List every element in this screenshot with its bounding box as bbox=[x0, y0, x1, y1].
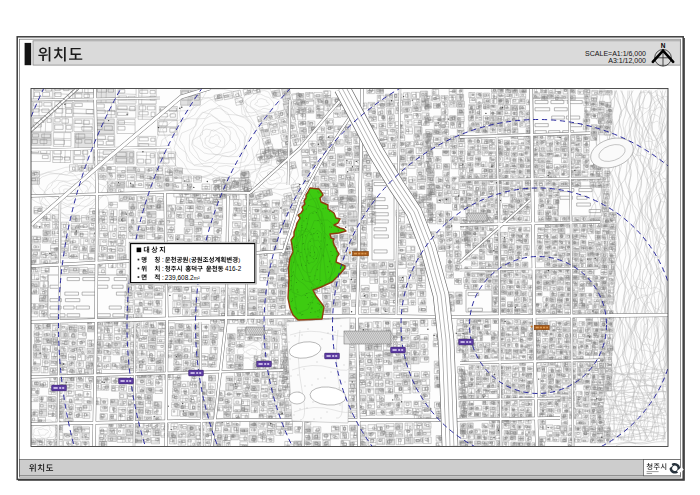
svg-text::: : bbox=[162, 274, 164, 281]
svg-text:416-2: 416-2 bbox=[225, 265, 242, 272]
svg-text::: : bbox=[162, 256, 164, 263]
svg-text::: : bbox=[162, 265, 164, 272]
svg-text:N: N bbox=[661, 42, 666, 49]
svg-text:SCALE=A1:1/6,000: SCALE=A1:1/6,000 bbox=[585, 50, 646, 57]
svg-text:): ) bbox=[238, 256, 240, 263]
svg-text:m²: m² bbox=[194, 275, 200, 281]
svg-text:239,608.2: 239,608.2 bbox=[165, 274, 194, 281]
svg-text:A3:1/12,000: A3:1/12,000 bbox=[608, 57, 646, 64]
